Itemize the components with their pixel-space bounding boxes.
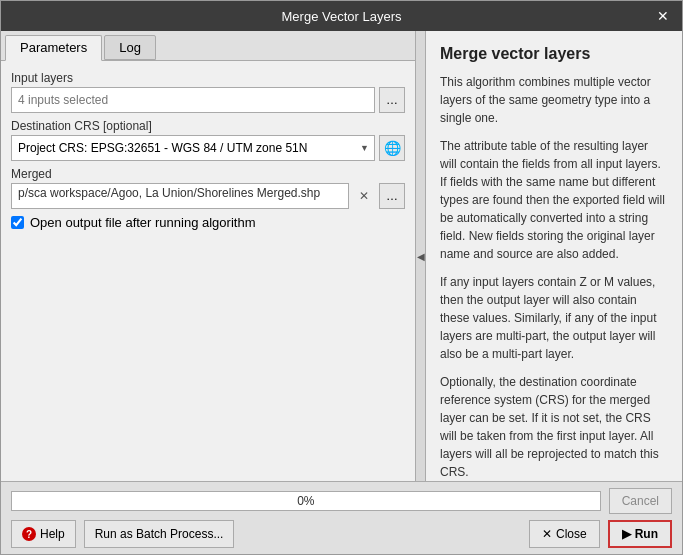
close-label: Close [556, 527, 587, 541]
title-bar: Merge Vector Layers ✕ [1, 1, 682, 31]
input-layers-field[interactable] [11, 87, 375, 113]
tab-bar: Parameters Log [1, 31, 415, 61]
form-area: Input layers … Destination CRS [optional… [1, 61, 415, 481]
close-dialog-button[interactable]: ✕ Close [529, 520, 600, 548]
destination-crs-section: Destination CRS [optional] Project CRS: … [11, 119, 405, 161]
action-left: ? Help Run as Batch Process... [11, 520, 234, 548]
merged-clear-button[interactable]: ✕ [353, 183, 375, 209]
merged-browse-button[interactable]: … [379, 183, 405, 209]
help-paragraph-1: This algorithm combines multiple vector … [440, 73, 668, 127]
input-layers-row: … [11, 87, 405, 113]
collapse-icon: ◀ [417, 251, 425, 262]
input-layers-label: Input layers [11, 71, 405, 85]
dialog-window: Merge Vector Layers ✕ Parameters Log Inp… [0, 0, 683, 555]
destination-crs-row: Project CRS: EPSG:32651 - WGS 84 / UTM z… [11, 135, 405, 161]
help-paragraph-3: If any input layers contain Z or M value… [440, 273, 668, 363]
open-output-checkbox[interactable] [11, 216, 24, 229]
merged-input-display: p/sca workspace/Agoo, La Union/Shoreline… [11, 183, 349, 209]
help-paragraph-4: Optionally, the destination coordinate r… [440, 373, 668, 481]
tab-parameters[interactable]: Parameters [5, 35, 102, 61]
dialog-title: Merge Vector Layers [29, 9, 654, 24]
help-paragraph-2: The attribute table of the resulting lay… [440, 137, 668, 263]
destination-crs-globe-button[interactable]: 🌐 [379, 135, 405, 161]
tab-log[interactable]: Log [104, 35, 156, 60]
cancel-button[interactable]: Cancel [609, 488, 672, 514]
merged-label: Merged [11, 167, 405, 181]
globe-icon: 🌐 [384, 140, 401, 156]
run-icon: ▶ [622, 527, 631, 541]
bottom-bar: 0% Cancel ? Help Run as Batch Process...… [1, 481, 682, 554]
close-button[interactable]: ✕ [654, 7, 672, 25]
input-layers-section: Input layers … [11, 71, 405, 113]
help-icon: ? [22, 527, 36, 541]
right-panel: Merge vector layers This algorithm combi… [426, 31, 682, 481]
left-panel: Parameters Log Input layers … Destinatio… [1, 31, 416, 481]
main-content: Parameters Log Input layers … Destinatio… [1, 31, 682, 481]
run-button[interactable]: ▶ Run [608, 520, 672, 548]
merged-row: p/sca workspace/Agoo, La Union/Shoreline… [11, 183, 405, 209]
destination-crs-wrapper: Project CRS: EPSG:32651 - WGS 84 / UTM z… [11, 135, 375, 161]
open-output-label[interactable]: Open output file after running algorithm [30, 215, 255, 230]
destination-crs-select[interactable]: Project CRS: EPSG:32651 - WGS 84 / UTM z… [11, 135, 375, 161]
action-right: ✕ Close ▶ Run [529, 520, 672, 548]
progress-label: 0% [12, 492, 600, 510]
run-label: Run [635, 527, 658, 541]
help-title: Merge vector layers [440, 45, 668, 63]
x-icon: ✕ [542, 527, 552, 541]
progress-bar-wrapper: 0% [11, 491, 601, 511]
checkbox-row: Open output file after running algorithm [11, 215, 405, 230]
action-row: ? Help Run as Batch Process... ✕ Close ▶… [11, 520, 672, 548]
collapse-arrow[interactable]: ◀ [416, 31, 426, 481]
help-button[interactable]: ? Help [11, 520, 76, 548]
merged-section: Merged p/sca workspace/Agoo, La Union/Sh… [11, 167, 405, 209]
progress-row: 0% Cancel [11, 488, 672, 514]
destination-crs-label: Destination CRS [optional] [11, 119, 405, 133]
batch-process-button[interactable]: Run as Batch Process... [84, 520, 235, 548]
input-layers-browse-button[interactable]: … [379, 87, 405, 113]
